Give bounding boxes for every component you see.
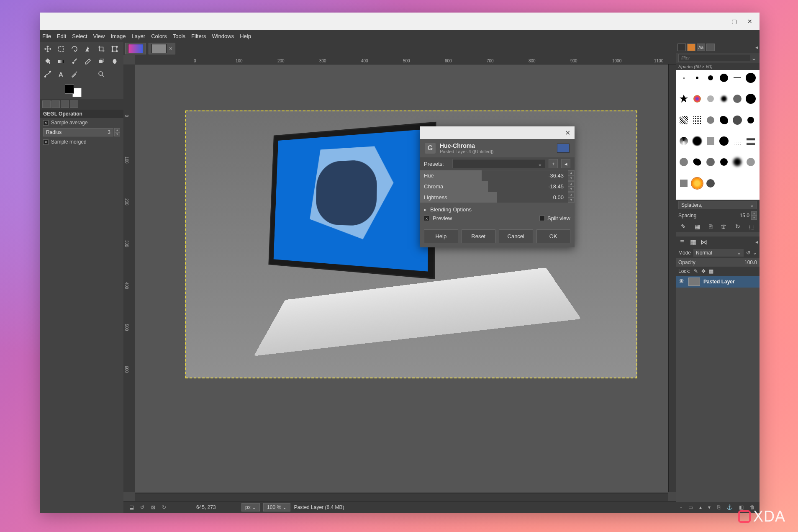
menu-colors[interactable]: Colors [151,33,167,39]
dialog-titlebar[interactable]: ✕ [420,126,575,139]
chroma-slider[interactable]: Chroma -18.45 ▴▾ [420,181,575,192]
move-tool-icon[interactable] [42,44,53,54]
sample-merged-checkbox[interactable]: × [43,139,49,145]
smudge-tool-icon[interactable] [109,56,120,67]
clone-tool-icon[interactable] [96,56,107,67]
hue-slider[interactable]: Hue -36.43 ▴▾ [420,170,575,181]
menu-tools[interactable]: Tools [173,33,185,39]
menu-view[interactable]: View [93,33,105,39]
layers-tab-icon[interactable]: ≡ [677,238,687,246]
lightness-spinner[interactable]: ▴▾ [568,192,575,203]
color-swatches[interactable] [65,85,82,97]
presets-add-icon[interactable]: + [549,159,558,168]
history-tab-icon[interactable] [706,44,715,51]
brush-grid[interactable] [676,70,760,200]
new-layer-icon[interactable]: ▫ [680,504,682,510]
free-select-tool-icon[interactable] [69,44,80,54]
ok-button[interactable]: OK [536,229,571,243]
panel-config-icon[interactable]: ◂ [755,44,758,50]
menu-select[interactable]: Select [72,33,87,39]
undo-history-tab[interactable] [61,100,69,108]
layer-group-icon[interactable]: ▭ [688,504,693,510]
lock-position-icon[interactable]: ✥ [701,268,706,274]
tool-options-tab[interactable] [42,100,51,108]
path-tool-icon[interactable] [42,69,53,80]
menu-image[interactable]: Image [110,33,126,39]
image-tab-1[interactable] [125,43,146,54]
status-save-icon[interactable]: ⬓ [128,504,135,511]
lower-layer-icon[interactable]: ▾ [708,504,711,510]
layer-mode-selector[interactable]: Normal⌄ [693,249,744,257]
split-view-checkbox[interactable] [539,216,545,221]
merge-layer-icon[interactable]: ⚓ [726,504,733,510]
duplicate-brush-icon[interactable]: ⎘ [709,223,712,230]
cancel-button[interactable]: Cancel [499,229,533,243]
help-button[interactable]: Help [424,229,458,243]
filter-dropdown-icon[interactable]: ⌄ [750,54,757,62]
duplicate-layer-icon[interactable]: ⎘ [717,504,720,510]
open-brush-icon[interactable]: ⬚ [749,223,754,230]
brush-filter-input[interactable]: filter [678,54,750,62]
delete-brush-icon[interactable]: 🗑 [721,223,726,230]
raise-layer-icon[interactable]: ▴ [699,504,702,510]
lock-pixels-icon[interactable]: ✎ [694,268,698,274]
eraser-tool-icon[interactable] [82,56,93,67]
hue-spinner[interactable]: ▴▾ [568,170,575,181]
mode-reset-icon[interactable]: ↺ [746,250,750,256]
fg-color-swatch[interactable] [65,85,74,94]
horizontal-scrollbar[interactable] [135,493,668,501]
brushes-tab-icon[interactable] [677,44,686,51]
status-close-icon[interactable]: ⊠ [149,504,157,511]
crop-tool-icon[interactable] [96,44,107,54]
lock-alpha-icon[interactable]: ▦ [709,268,713,274]
transform-tool-icon[interactable] [109,44,120,54]
bucket-fill-tool-icon[interactable] [42,56,53,67]
image-tab-2[interactable]: × [149,43,175,54]
menu-edit[interactable]: Edit [57,33,66,39]
menu-filters[interactable]: Filters [191,33,206,39]
layer-panel-config-icon[interactable]: ◂ [755,239,758,245]
blending-options-toggle[interactable]: ▸ Blending Options [424,205,570,214]
close-tab-icon[interactable]: × [169,45,172,52]
status-undo-icon[interactable]: ↺ [139,504,146,511]
gradient-tool-icon[interactable] [56,56,67,67]
sample-average-checkbox[interactable]: × [43,120,49,126]
layer-visibility-icon[interactable]: 👁 [678,278,685,285]
refresh-brush-icon[interactable]: ↻ [735,223,740,230]
text-tool-icon[interactable]: A [56,69,67,80]
status-zoom-selector[interactable]: 100 % ⌄ [263,503,290,511]
menu-windows[interactable]: Windows [212,33,234,39]
layer-name[interactable]: Pasted Layer [703,279,735,285]
paths-tab-icon[interactable]: ⋈ [699,238,708,246]
menu-layer[interactable]: Layer [132,33,146,39]
fonts-tab-icon[interactable]: Aa [697,44,705,51]
layer-item[interactable]: 👁 Pasted Layer [676,276,760,288]
status-redo-icon[interactable]: ↻ [160,504,168,511]
dialog-close-icon[interactable]: ✕ [565,129,570,137]
close-button[interactable]: ✕ [744,15,756,28]
fuzzy-select-tool-icon[interactable] [82,44,93,54]
horizontal-ruler[interactable]: 0 100 200 300 400 500 600 700 800 900 10… [135,55,676,64]
lightness-slider[interactable]: Lightness 0.00 ▴▾ [420,192,575,203]
color-picker-tool-icon[interactable] [69,69,80,80]
canvas[interactable] [135,64,668,492]
radius-spinner[interactable]: ▴▾ [114,128,120,136]
radius-field[interactable]: Radius 3 [43,128,113,136]
maximize-button[interactable]: ▢ [728,15,740,28]
sample-merged-option[interactable]: × Sample merged [40,137,123,146]
rect-select-tool-icon[interactable] [56,44,67,54]
vertical-ruler[interactable]: 0 100 200 300 400 500 600 [123,64,135,492]
brush-selector[interactable]: Splatters,⌄ [678,201,757,209]
menu-help[interactable]: Help [240,33,251,39]
selected-brush[interactable] [692,178,703,189]
patterns-tab-icon[interactable] [687,44,695,51]
zoom-tool-icon[interactable] [96,69,107,80]
preview-checkbox[interactable]: × [424,216,429,221]
vertical-scrollbar[interactable] [668,64,676,492]
channels-tab-icon[interactable]: ▦ [688,238,698,246]
mode-menu-icon[interactable]: ⌄ [753,250,757,256]
presets-manage-icon[interactable]: ◂ [561,159,570,168]
images-tab[interactable] [70,100,78,108]
chroma-spinner[interactable]: ▴▾ [568,181,575,192]
status-unit-selector[interactable]: px ⌄ [241,503,260,511]
